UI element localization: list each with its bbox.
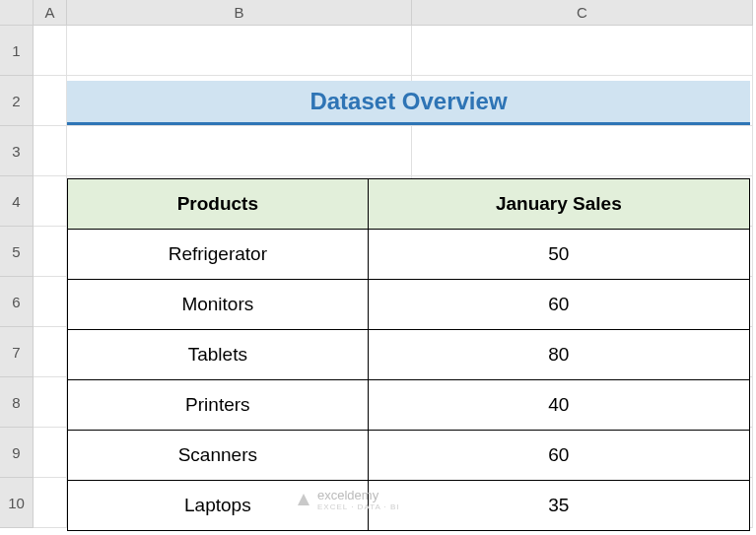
row-header-10[interactable]: 10 xyxy=(0,478,34,528)
watermark-tagline: EXCEL · DATA · BI xyxy=(317,502,400,511)
table-row: Monitors 60 xyxy=(68,280,750,330)
header-products[interactable]: Products xyxy=(68,179,369,230)
watermark-brand: exceldemy xyxy=(317,488,378,502)
row-header-6[interactable]: 6 xyxy=(0,277,34,327)
cell-sales[interactable]: 80 xyxy=(368,330,749,380)
cell-A2[interactable] xyxy=(34,76,67,126)
row-header-2[interactable]: 2 xyxy=(0,76,34,126)
table-row: Scanners 60 xyxy=(68,431,750,481)
table-row: Tablets 80 xyxy=(68,330,750,380)
row-header-4[interactable]: 4 xyxy=(0,176,34,227)
cell-A7[interactable] xyxy=(34,327,67,377)
cell-C3[interactable] xyxy=(412,126,753,176)
cell-product[interactable]: Printers xyxy=(68,380,369,431)
watermark-logo-icon xyxy=(296,492,311,507)
cell-A6[interactable] xyxy=(34,277,67,327)
cell-sales[interactable]: 35 xyxy=(368,481,749,531)
col-header-A[interactable]: A xyxy=(34,0,67,26)
cell-B3[interactable] xyxy=(67,126,412,176)
row-header-5[interactable]: 5 xyxy=(0,227,34,277)
row-header-7[interactable]: 7 xyxy=(0,327,34,377)
svg-marker-0 xyxy=(298,494,309,505)
cell-B1[interactable] xyxy=(67,26,412,76)
select-all-corner[interactable] xyxy=(0,0,34,26)
cell-A3[interactable] xyxy=(34,126,67,176)
cell-A9[interactable] xyxy=(34,428,67,478)
col-header-C[interactable]: C xyxy=(412,0,753,26)
table-row: Refrigerator 50 xyxy=(68,230,750,280)
cell-sales[interactable]: 40 xyxy=(368,380,749,431)
watermark: exceldemy EXCEL · DATA · BI xyxy=(296,488,400,511)
header-january-sales[interactable]: January Sales xyxy=(368,179,749,230)
cell-A8[interactable] xyxy=(34,377,67,428)
cell-A4[interactable] xyxy=(34,176,67,227)
table-row: Laptops 35 xyxy=(68,481,750,531)
cell-product[interactable]: Tablets xyxy=(68,330,369,380)
cell-product[interactable]: Scanners xyxy=(68,431,369,481)
table-row: Printers 40 xyxy=(68,380,750,431)
row-header-9[interactable]: 9 xyxy=(0,428,34,478)
cell-sales[interactable]: 60 xyxy=(368,280,749,330)
cell-sales[interactable]: 60 xyxy=(368,431,749,481)
cell-A1[interactable] xyxy=(34,26,67,76)
table-header-row: Products January Sales xyxy=(68,179,750,230)
title-band: Dataset Overview xyxy=(67,81,750,125)
cell-A10[interactable] xyxy=(34,478,67,528)
row-header-3[interactable]: 3 xyxy=(0,126,34,176)
page-title: Dataset Overview xyxy=(309,88,507,115)
row-header-8[interactable]: 8 xyxy=(0,377,34,428)
cell-product[interactable]: Monitors xyxy=(68,280,369,330)
cell-sales[interactable]: 50 xyxy=(368,230,749,280)
col-header-B[interactable]: B xyxy=(67,0,412,26)
cell-C1[interactable] xyxy=(412,26,753,76)
row-header-1[interactable]: 1 xyxy=(0,26,34,76)
data-table: Products January Sales Refrigerator 50 M… xyxy=(67,178,750,531)
cell-product[interactable]: Refrigerator xyxy=(68,230,369,280)
cell-A5[interactable] xyxy=(34,227,67,277)
